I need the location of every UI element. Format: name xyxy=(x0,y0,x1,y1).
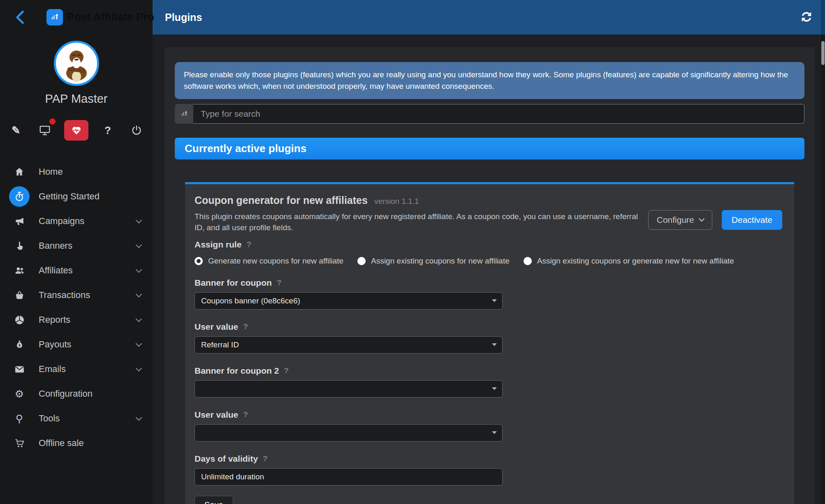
users-icon xyxy=(9,260,30,281)
sidebar-menu: Home Getting Started Campaigns Banners xyxy=(0,160,153,455)
sidebar-item-home[interactable]: Home xyxy=(0,160,153,184)
svg-text:$: $ xyxy=(19,343,21,347)
radio-assign-or-generate[interactable]: Assign existing coupons or generate new … xyxy=(524,257,734,266)
section-title: Currently active plugins xyxy=(185,142,306,155)
radio-button[interactable] xyxy=(357,257,366,265)
field-label-text: Banner for coupon xyxy=(195,278,272,288)
sidebar-item-label: Reports xyxy=(39,314,70,325)
sidebar-item-label: Emails xyxy=(39,364,66,375)
user-value-2-select[interactable] xyxy=(195,424,503,442)
pie-chart-icon xyxy=(9,310,30,330)
radio-label: Assign existing coupons for new affiliat… xyxy=(371,257,510,266)
sessions-button[interactable] xyxy=(35,121,54,140)
sidebar-item-banners[interactable]: Banners xyxy=(0,234,153,258)
save-button[interactable]: Save xyxy=(195,496,233,504)
stopwatch-icon xyxy=(9,186,30,207)
caret-down-icon xyxy=(492,431,497,434)
search-input[interactable] xyxy=(193,104,804,124)
gear-icon: ⚙ xyxy=(9,384,30,404)
chevron-down-icon xyxy=(136,340,142,347)
refresh-icon xyxy=(800,10,814,24)
bullhorn-icon xyxy=(9,211,30,231)
field-user-value: User value ? Referral ID xyxy=(195,322,782,354)
system-health-button[interactable] xyxy=(64,120,88,141)
sidebar-item-tools[interactable]: ⚲ Tools xyxy=(0,406,153,431)
logout-button[interactable] xyxy=(127,121,146,140)
search-logo-icon xyxy=(180,109,189,118)
sidebar-item-label: Home xyxy=(39,166,63,177)
field-days-of-validity: Days of validity ? xyxy=(195,454,782,486)
chevron-down-icon xyxy=(699,216,704,222)
sidebar-item-campaigns[interactable]: Campaigns xyxy=(0,209,153,234)
help-button[interactable]: ? xyxy=(98,121,117,140)
search-addon xyxy=(175,104,193,124)
deactivate-button-label: Deactivate xyxy=(732,215,772,224)
refresh-button[interactable] xyxy=(800,10,814,25)
sidebar-item-label: Configuration xyxy=(39,388,93,399)
avatar[interactable] xyxy=(54,41,99,86)
notification-dot xyxy=(49,118,56,125)
pap-arrows-icon xyxy=(49,12,60,23)
field-label: User value ? xyxy=(195,322,782,332)
scrollbar-thumb[interactable] xyxy=(821,41,825,65)
collapse-sidebar-button[interactable] xyxy=(12,7,30,27)
app-logo xyxy=(46,9,63,25)
configure-button[interactable]: Configure xyxy=(648,210,712,230)
help-icon[interactable]: ? xyxy=(246,240,251,249)
brand-title: Post Affiliate Pro xyxy=(67,11,154,23)
sidebar: Post Affiliate Pro PAP Master ✎ xyxy=(0,0,153,504)
banner-for-coupon-2-select[interactable] xyxy=(195,380,503,398)
plugin-description: This plugin creates coupons automaticall… xyxy=(195,211,639,233)
chevron-left-icon xyxy=(12,7,30,27)
hand-pointer-icon xyxy=(9,236,30,256)
sidebar-item-payouts[interactable]: $ Payouts xyxy=(0,332,153,357)
field-label: Banner for coupon ? xyxy=(195,278,782,288)
heart-pulse-icon xyxy=(71,125,82,136)
radio-label: Assign existing coupons or generate new … xyxy=(537,257,734,266)
scrollbar-track[interactable] xyxy=(821,0,825,504)
sidebar-item-transactions[interactable]: Transactions xyxy=(0,283,153,307)
chevron-down-icon xyxy=(136,266,142,273)
field-banner-for-coupon: Banner for coupon ? Coupons banner (0e8c… xyxy=(195,278,782,310)
home-icon xyxy=(9,162,30,182)
sidebar-item-reports[interactable]: Reports xyxy=(0,307,153,332)
configure-button-label: Configure xyxy=(657,215,694,225)
radio-generate-new-coupons[interactable]: Generate new coupons for new affiliate xyxy=(195,257,343,266)
banner-for-coupon-select[interactable]: Coupons banner (0e8c6ce6) xyxy=(195,292,503,310)
caret-down-icon xyxy=(492,343,497,346)
assign-rule-label-text: Assign rule xyxy=(195,240,241,250)
radio-button-selected[interactable] xyxy=(195,257,203,265)
radio-assign-existing-coupons[interactable]: Assign existing coupons for new affiliat… xyxy=(357,257,510,266)
plugin-card: Coupon generator for new affiliates vers… xyxy=(185,182,794,504)
quick-actions: ✎ ? xyxy=(7,118,146,142)
chevron-down-icon xyxy=(136,414,142,421)
field-label: User value ? xyxy=(195,410,782,420)
caret-down-icon xyxy=(492,387,497,390)
sidebar-item-label: Transactions xyxy=(39,290,90,301)
radio-button[interactable] xyxy=(524,257,532,265)
help-icon[interactable]: ? xyxy=(277,278,282,287)
days-of-validity-input[interactable] xyxy=(195,468,503,486)
deactivate-button[interactable]: Deactivate xyxy=(722,210,782,230)
plugin-version: version 1.1.1 xyxy=(374,197,419,206)
sidebar-item-configuration[interactable]: ⚙ Configuration xyxy=(0,381,153,406)
sidebar-item-affiliates[interactable]: Affiliates xyxy=(0,258,153,283)
top-bar: Plugins xyxy=(153,0,825,35)
select-value: Coupons banner (0e8c6ce6) xyxy=(201,296,300,305)
user-value-select[interactable]: Referral ID xyxy=(195,336,503,354)
help-icon[interactable]: ? xyxy=(243,322,248,331)
question-mark-icon: ? xyxy=(104,124,111,137)
help-icon[interactable]: ? xyxy=(263,454,268,463)
sidebar-item-offline-sale[interactable]: Offline sale xyxy=(0,431,153,455)
edit-profile-button[interactable]: ✎ xyxy=(7,121,25,140)
pencil-icon: ✎ xyxy=(12,124,21,137)
envelope-icon xyxy=(9,359,30,379)
page-title: Plugins xyxy=(165,12,202,23)
plugin-card-header: Coupon generator for new affiliates vers… xyxy=(195,194,782,206)
help-icon[interactable]: ? xyxy=(243,410,248,419)
field-label-text: User value xyxy=(195,410,238,420)
sidebar-item-emails[interactable]: Emails xyxy=(0,357,153,381)
sidebar-item-getting-started[interactable]: Getting Started xyxy=(0,184,153,209)
help-icon[interactable]: ? xyxy=(284,366,289,375)
save-button-label: Save xyxy=(204,500,223,504)
